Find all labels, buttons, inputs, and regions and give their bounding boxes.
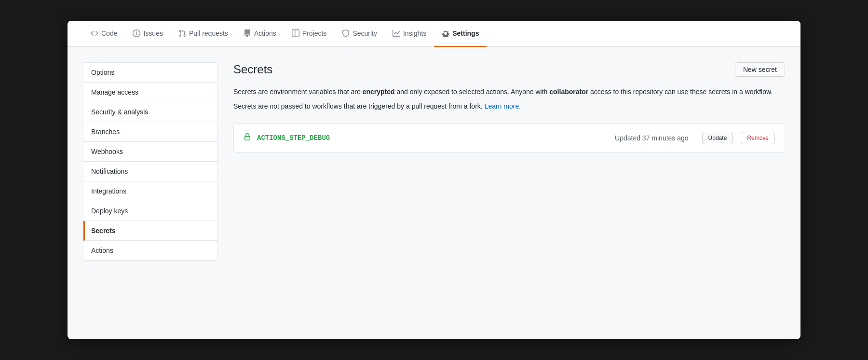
new-secret-button[interactable]: New secret <box>735 62 785 77</box>
code-icon <box>91 29 98 37</box>
security-icon <box>342 29 350 37</box>
pr-icon <box>178 29 186 37</box>
sidebar-item-secrets[interactable]: Secrets <box>83 221 217 241</box>
sidebar-item-options[interactable]: Options <box>83 63 217 83</box>
sidebar-item-manage-access[interactable]: Manage access <box>83 83 217 102</box>
secret-updated: Updated 37 minutes ago <box>615 134 689 142</box>
actions-icon <box>244 29 251 37</box>
page-title: Secrets <box>233 63 272 76</box>
tab-security[interactable]: Security <box>334 21 385 47</box>
update-secret-button[interactable]: Update <box>702 132 733 144</box>
sidebar-item-webhooks[interactable]: Webhooks <box>83 142 217 162</box>
description-line1: Secrets are environment variables that a… <box>233 86 785 97</box>
tab-pull-requests[interactable]: Pull requests <box>171 21 236 47</box>
lock-icon <box>244 133 251 143</box>
insights-icon <box>393 29 400 37</box>
remove-secret-button[interactable]: Remove <box>741 132 775 144</box>
sidebar-item-branches[interactable]: Branches <box>83 122 217 142</box>
gear-icon <box>442 29 449 37</box>
tab-code[interactable]: Code <box>83 21 125 47</box>
sidebar-item-deploy-keys[interactable]: Deploy keys <box>83 201 217 221</box>
sidebar-item-integrations[interactable]: Integrations <box>83 181 217 201</box>
top-navigation: Code Issues Pull requests Actions Projec… <box>68 21 800 47</box>
sidebar-item-security-analysis[interactable]: Security & analysis <box>83 102 217 122</box>
sidebar-item-notifications[interactable]: Notifications <box>83 162 217 181</box>
sidebar-item-actions[interactable]: Actions <box>83 241 217 260</box>
tab-insights[interactable]: Insights <box>385 21 434 47</box>
secret-name: ACTIONS_STEP_DEBUG <box>257 134 609 142</box>
learn-more-link[interactable]: Learn more <box>485 102 519 110</box>
projects-icon <box>292 29 299 37</box>
content-area: Secrets New secret Secrets are environme… <box>233 62 785 324</box>
main-layout: Options Manage access Security & analysi… <box>68 47 800 339</box>
issues-icon <box>133 29 140 37</box>
secrets-list: ACTIONS_STEP_DEBUG Updated 37 minutes ag… <box>233 124 785 152</box>
tab-projects[interactable]: Projects <box>284 21 335 47</box>
tab-settings[interactable]: Settings <box>434 21 487 47</box>
description-line2: Secrets are not passed to workflows that… <box>233 101 785 111</box>
secret-row: ACTIONS_STEP_DEBUG Updated 37 minutes ag… <box>234 124 785 152</box>
tab-issues[interactable]: Issues <box>125 21 170 47</box>
content-header: Secrets New secret <box>233 62 785 77</box>
settings-sidebar: Options Manage access Security & analysi… <box>83 62 218 261</box>
app-window: Code Issues Pull requests Actions Projec… <box>68 21 800 339</box>
tab-actions[interactable]: Actions <box>236 21 284 47</box>
